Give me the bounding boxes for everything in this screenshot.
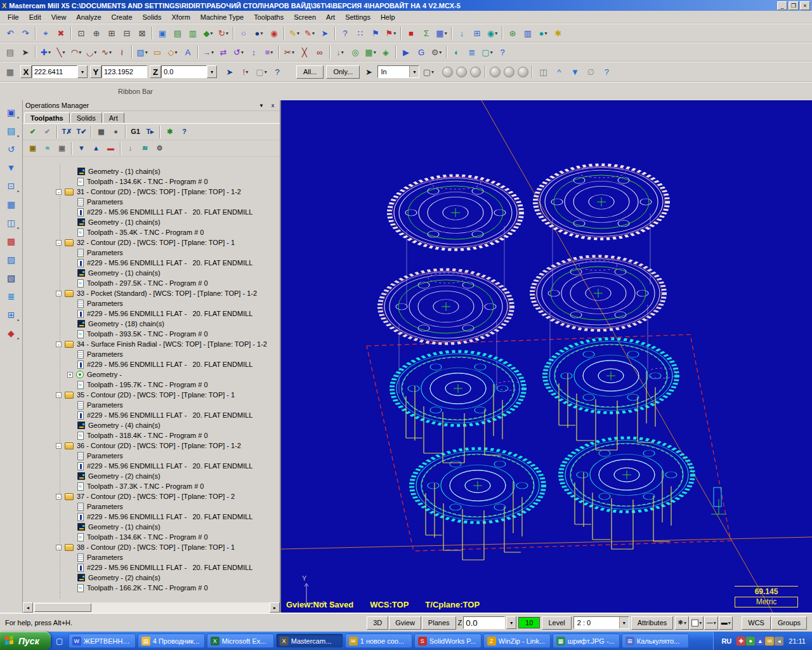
- ops-collapse-button[interactable]: ▾: [257, 102, 266, 109]
- select-all-button[interactable]: All...: [296, 65, 324, 79]
- file-save-button[interactable]: ↓: [454, 25, 469, 41]
- tray-message-icon[interactable]: ✉: [765, 637, 774, 646]
- dynamic-rotate-button[interactable]: ↻▾: [216, 25, 231, 41]
- wireframe-display-button[interactable]: ○: [236, 25, 251, 41]
- lock-toolpaths-button[interactable]: ▣: [25, 142, 40, 156]
- menu-create[interactable]: Create: [107, 11, 138, 23]
- tab-toolpaths[interactable]: Toolpaths: [24, 112, 70, 123]
- taskbar-task-winzip[interactable]: ZWinZip - Link...: [483, 633, 551, 648]
- undo-button[interactable]: ↶: [3, 25, 18, 41]
- main-level-badge[interactable]: 10: [518, 617, 540, 628]
- operation-item-row[interactable]: Toolpath - 35.4K - T.NC - Program # 0: [23, 227, 280, 237]
- menu-art[interactable]: Art: [321, 11, 340, 23]
- start-button[interactable]: Пуск: [0, 632, 51, 650]
- graphics-canvas[interactable]: Y X: [281, 100, 812, 613]
- operation-item-row[interactable]: Parameters: [23, 400, 280, 410]
- clear-colors-button[interactable]: ◆▸: [3, 325, 20, 342]
- menu-file[interactable]: File: [3, 11, 24, 23]
- tree-expand-toggle[interactable]: -: [56, 240, 62, 246]
- material-manager-button[interactable]: ◐: [449, 44, 464, 60]
- grid-display-button[interactable]: ⊞▸: [3, 307, 20, 323]
- backplot-button[interactable]: ▦: [94, 125, 108, 139]
- create-letters-button[interactable]: A: [180, 44, 195, 60]
- tree-expand-toggle[interactable]: -: [56, 189, 62, 195]
- operation-row[interactable]: -38 - Contour (2D) - [WCS: TOP] - [Tplan…: [23, 542, 280, 552]
- select-up-button[interactable]: ^: [551, 64, 566, 79]
- tray-shield-icon[interactable]: ✚: [737, 637, 745, 646]
- select-only-button[interactable]: Only...: [326, 65, 360, 79]
- analyze-position-button[interactable]: ⌖: [38, 25, 53, 41]
- ops-close-button[interactable]: x: [268, 102, 277, 109]
- repaint-button[interactable]: ▣: [155, 25, 170, 41]
- line-width-button[interactable]: ▬▾: [719, 616, 733, 630]
- flag-set-button[interactable]: ⚑: [368, 25, 383, 41]
- scroll-to-insert-button[interactable]: ↓: [123, 142, 138, 156]
- level-button[interactable]: Level: [542, 616, 571, 630]
- planes-flyout-button[interactable]: ▤▸: [3, 123, 20, 139]
- select-validate-button[interactable]: ▼: [567, 64, 582, 79]
- operation-item-row[interactable]: #229 - M5.96 ENDMILL1 FLAT - 20. FLAT EN…: [23, 410, 280, 420]
- menu-settings[interactable]: Settings: [340, 11, 376, 23]
- menu-machine-type[interactable]: Machine Type: [195, 11, 249, 23]
- taskbar-task-mail[interactable]: ✉1 новое соо...: [345, 633, 412, 648]
- insert-arrow-down-button[interactable]: ▼: [74, 142, 89, 156]
- entity-color-button[interactable]: ▾: [690, 616, 704, 630]
- toolpath-drill-button[interactable]: ↓▾: [332, 44, 348, 60]
- sketcher-pencil-button[interactable]: ✎▾: [287, 25, 302, 41]
- help-whats-this-button[interactable]: ?: [337, 25, 353, 41]
- z-depth-dropdown[interactable]: ▾: [506, 616, 516, 629]
- tree-expand-toggle[interactable]: -: [56, 342, 62, 347]
- selection-sphere-3[interactable]: [470, 67, 481, 77]
- fastpoint-mode-button[interactable]: ▦: [3, 64, 18, 79]
- zoom-in-button[interactable]: ⊞: [104, 25, 119, 41]
- selection-sphere-4[interactable]: [490, 67, 501, 77]
- taskbar-task-solidworks[interactable]: SSolidWorks P...: [414, 633, 481, 648]
- level-manager-button[interactable]: ≣: [464, 44, 480, 60]
- operation-row[interactable]: -34 - Surface Finish Radial - [WCS: TOP]…: [23, 339, 280, 349]
- wcs-button[interactable]: WCS: [742, 616, 771, 630]
- z-dropdown-button[interactable]: ▾: [207, 65, 217, 78]
- tree-expand-toggle[interactable]: -: [56, 443, 62, 449]
- tab-art[interactable]: Art: [103, 112, 124, 123]
- operation-item-row[interactable]: Parameters: [23, 248, 280, 258]
- y-coordinate-input[interactable]: [102, 65, 147, 78]
- attributes-button[interactable]: Attributes: [631, 616, 673, 630]
- operation-item-row[interactable]: #229 - M5.96 ENDMILL1 FLAT - 20. FLAT EN…: [23, 461, 280, 471]
- taskbar-task-explorer-folder[interactable]: ▤4 Проводник...: [138, 633, 205, 648]
- toolpath-contour-button[interactable]: ◎: [348, 44, 363, 60]
- point-style-button[interactable]: ✱▾: [675, 616, 689, 630]
- operation-item-row[interactable]: #229 - M5.96 ENDMILL1 FLAT - 20. FLAT EN…: [23, 207, 280, 217]
- x-coordinate-button[interactable]: X: [20, 65, 32, 78]
- show-desktop-button[interactable]: ▢: [53, 634, 67, 648]
- menu-toolpaths[interactable]: Toolpaths: [249, 11, 289, 23]
- select-invert-button[interactable]: ∅: [583, 64, 598, 79]
- toolpath-surface-button[interactable]: ◈: [378, 44, 393, 60]
- create-point-button[interactable]: ✚▾: [38, 44, 53, 60]
- tool-manager-button[interactable]: ⚙▾: [429, 44, 444, 60]
- x-coordinate-input[interactable]: [32, 65, 77, 78]
- close-button[interactable]: ×: [800, 1, 810, 10]
- operation-item-row[interactable]: Toolpath - 318.4K - T.NC - Program # 0: [23, 430, 280, 441]
- scrollbar-thumb[interactable]: [34, 603, 91, 612]
- xform-translate-button[interactable]: →▾: [200, 44, 216, 60]
- operation-row[interactable]: -32 - Contour (2D) - [WCS: TOP] - [Tplan…: [23, 237, 280, 248]
- combo-dropdown-icon[interactable]: ▾: [409, 66, 419, 77]
- operation-item-row[interactable]: #229 - M5.96 ENDMILL1 FLAT - 20. FLAT EN…: [23, 308, 280, 319]
- 3d-button[interactable]: 3D: [367, 616, 388, 630]
- select-grid-button[interactable]: ◫: [535, 64, 551, 79]
- operation-item-row[interactable]: Geometry - (2) chain(s): [23, 573, 280, 583]
- create-spline-button[interactable]: ∿▾: [99, 44, 114, 60]
- operation-item-row[interactable]: Geometry - (1) chain(s): [23, 166, 280, 176]
- operation-item-row[interactable]: Parameters: [23, 298, 280, 308]
- menu-xform[interactable]: Xform: [167, 11, 195, 23]
- operation-item-row[interactable]: Geometry - (1) chain(s): [23, 217, 280, 227]
- fit-to-screen-button[interactable]: ⊡▸: [3, 178, 20, 194]
- selection-sphere-5[interactable]: [504, 67, 514, 77]
- tray-volume-icon[interactable]: ◂: [775, 637, 783, 646]
- tree-expand-toggle[interactable]: -: [56, 392, 62, 398]
- selection-sphere-2[interactable]: [456, 67, 467, 77]
- zoom-window-button[interactable]: ⊡: [74, 25, 89, 41]
- sum-analyze-button[interactable]: Σ: [419, 25, 434, 41]
- menu-solids[interactable]: Solids: [138, 11, 167, 23]
- nc-editor-button[interactable]: ▥: [520, 25, 535, 41]
